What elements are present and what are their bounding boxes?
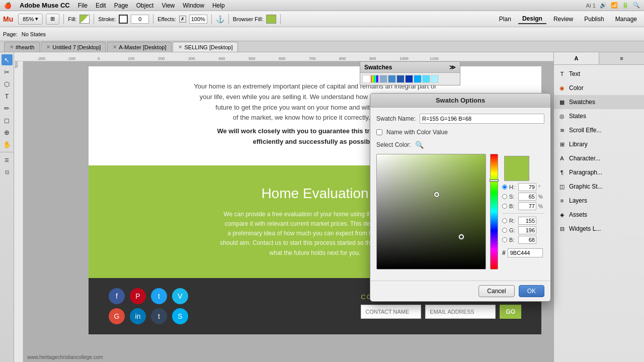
go-button[interactable]: GO xyxy=(500,305,521,319)
green-input[interactable] xyxy=(518,226,536,234)
menu-page[interactable]: Page xyxy=(114,2,128,9)
publish-tab[interactable]: Publish xyxy=(580,15,608,24)
rp-item-color[interactable]: ◉ Color xyxy=(554,81,644,95)
eyedropper-icon[interactable]: 🔍 xyxy=(415,141,424,149)
menu-window[interactable]: Window xyxy=(183,2,204,9)
plan-tab[interactable]: Plan xyxy=(495,15,515,24)
hue-radio[interactable] xyxy=(502,185,507,190)
rp-item-swatches[interactable]: ▦ Swatches xyxy=(554,95,644,109)
swatch-name-input[interactable] xyxy=(420,114,544,124)
swatches-expand-icon[interactable]: ≫ xyxy=(449,64,456,71)
hue-strip[interactable] xyxy=(490,154,498,269)
stroke-value-input[interactable] xyxy=(131,15,149,24)
ruler-tool[interactable]: ☰ xyxy=(2,154,13,165)
menu-file[interactable]: File xyxy=(78,2,88,9)
swatch-blue[interactable] xyxy=(379,75,387,83)
arrange-button[interactable]: ⊞ xyxy=(46,14,59,25)
bri-unit: % xyxy=(538,204,544,209)
shape-tool[interactable]: ⬡ xyxy=(2,78,13,89)
text-tool[interactable]: T xyxy=(2,90,13,102)
hex-input[interactable] xyxy=(508,248,543,257)
menu-edit[interactable]: Edit xyxy=(96,2,106,9)
zoom-tool[interactable]: ⊕ xyxy=(2,127,13,138)
green-radio[interactable] xyxy=(502,228,507,233)
sat-radio[interactable] xyxy=(502,194,507,199)
rp-item-library[interactable]: ⊞ Library xyxy=(554,137,644,151)
color-divider xyxy=(502,213,544,214)
pinterest-icon[interactable]: P xyxy=(130,288,146,304)
crop-tool[interactable]: ✂ xyxy=(2,66,13,77)
menu-object[interactable]: Object xyxy=(136,2,154,9)
swatch-cyan[interactable] xyxy=(422,75,430,83)
rp-item-paragraph[interactable]: ¶ Paragraph... xyxy=(554,165,644,179)
color-gradient-picker[interactable] xyxy=(376,154,486,269)
rp-tab-a[interactable]: A xyxy=(554,52,599,64)
blue-input[interactable] xyxy=(518,236,536,244)
tab-close-amaster[interactable]: ✕ xyxy=(113,44,117,50)
picker-cursor-1 xyxy=(434,192,439,197)
swatch-sky[interactable] xyxy=(414,75,422,83)
browser-fill-color[interactable] xyxy=(266,15,276,24)
rp-item-states[interactable]: ◎ States xyxy=(554,109,644,123)
twitter-icon[interactable]: t xyxy=(151,288,167,304)
facebook-icon[interactable]: f xyxy=(109,288,125,304)
swatch-navy[interactable] xyxy=(405,75,413,83)
swatch-lightcyan[interactable] xyxy=(431,75,439,83)
blue-radio[interactable] xyxy=(502,237,507,242)
red-input[interactable] xyxy=(518,217,536,225)
menu-help[interactable]: Help xyxy=(212,2,225,9)
bri-radio[interactable] xyxy=(502,204,507,209)
skype-icon[interactable]: S xyxy=(172,308,188,324)
hue-input[interactable] xyxy=(518,183,536,191)
widget-tool[interactable]: ⊡ xyxy=(2,166,13,177)
google-plus-icon[interactable]: G xyxy=(109,308,125,324)
swatch-white[interactable] xyxy=(362,75,370,83)
rp-item-graphicst-label: Graphic St... xyxy=(569,183,603,190)
name-with-color-checkbox[interactable] xyxy=(376,129,382,135)
swatch-blue2[interactable] xyxy=(388,75,396,83)
ok-button[interactable]: OK xyxy=(519,285,544,297)
select-tool[interactable]: ↖ xyxy=(2,54,13,65)
tab-close-hearth[interactable]: ✕ xyxy=(10,44,14,50)
swatch-blue3[interactable] xyxy=(396,75,405,83)
tool-separator xyxy=(0,152,14,152)
tab-selling[interactable]: ✕ SELLING [Desktop] xyxy=(173,42,238,52)
opacity-input[interactable] xyxy=(189,15,207,24)
rp-item-widgets[interactable]: ⊟ Widgets L... xyxy=(554,222,644,236)
tab-close-untitled7[interactable]: ✕ xyxy=(46,44,50,50)
rp-item-character[interactable]: A Character... xyxy=(554,151,644,165)
tab-hearth[interactable]: ✕ #hearth xyxy=(4,42,40,52)
fill-color[interactable] xyxy=(79,15,90,24)
effects-toggle[interactable]: ✗ xyxy=(179,16,186,23)
bri-input[interactable] xyxy=(518,202,536,210)
rp-item-text[interactable]: T Text xyxy=(554,67,644,81)
email-input[interactable] xyxy=(425,305,496,319)
rp-item-assets[interactable]: ◈ Assets xyxy=(554,208,644,222)
red-radio[interactable] xyxy=(502,218,507,223)
cancel-button[interactable]: Cancel xyxy=(478,285,514,297)
tumblr-icon[interactable]: t xyxy=(151,308,167,324)
tab-close-selling[interactable]: ✕ xyxy=(178,44,182,50)
tab-amaster[interactable]: ✕ A-Master [Desktop] xyxy=(107,42,172,52)
vimeo-icon[interactable]: V xyxy=(172,288,188,304)
swatch-spectrum[interactable] xyxy=(371,75,379,83)
review-tab[interactable]: Review xyxy=(549,15,577,24)
rect-tool[interactable]: ◻ xyxy=(2,115,13,126)
stroke-color[interactable] xyxy=(119,15,128,24)
contact-name-input[interactable] xyxy=(361,305,421,319)
rp-item-layers[interactable]: ≡ Layers xyxy=(554,194,644,208)
rp-item-graphicst[interactable]: ◫ Graphic St... xyxy=(554,179,644,194)
sat-input[interactable] xyxy=(518,193,536,201)
rp-tab-menu[interactable]: ≡ xyxy=(599,52,644,64)
linkedin-icon[interactable]: in xyxy=(130,308,146,324)
rp-item-scroll[interactable]: ≋ Scroll Effe... xyxy=(554,123,644,137)
tab-label-untitled7: Untitled 7 [Desktop] xyxy=(52,44,101,50)
hand-tool[interactable]: ✋ xyxy=(2,139,13,150)
design-tab[interactable]: Design xyxy=(518,14,546,24)
apple-menu[interactable]: 🍎 xyxy=(4,2,12,9)
zoom-control[interactable]: 85% ▾ xyxy=(18,14,43,25)
menu-view[interactable]: View xyxy=(162,2,175,9)
tab-untitled7[interactable]: ✕ Untitled 7 [Desktop] xyxy=(41,42,106,52)
manage-tab[interactable]: Manage xyxy=(611,15,641,24)
pen-tool[interactable]: ✏ xyxy=(2,103,13,114)
